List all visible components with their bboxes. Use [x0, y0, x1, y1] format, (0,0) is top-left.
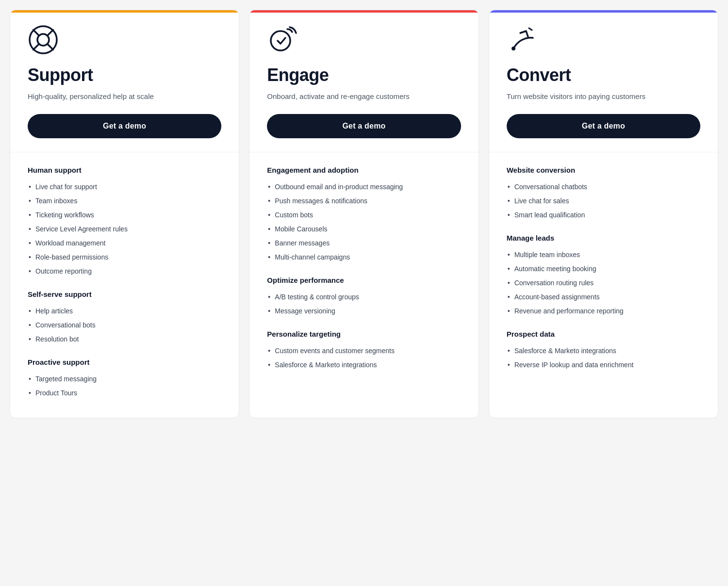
list-item: Mobile Carousels: [267, 222, 461, 236]
feature-list-convert-1: Multiple team inboxesAutomatic meeting b…: [507, 248, 700, 318]
list-item: Targeted messaging: [28, 372, 221, 386]
card-header-convert: ConvertTurn website visitors into paying…: [489, 10, 718, 152]
card-title-engage: Engage: [267, 65, 461, 85]
pricing-card-convert: ConvertTurn website visitors into paying…: [489, 10, 718, 418]
list-item: Role-based permissions: [28, 250, 221, 264]
list-item: Multi-channel campaigns: [267, 250, 461, 264]
feature-section-title-engage-1: Optimize performance: [267, 276, 461, 284]
list-item: Salesforce & Marketo integrations: [507, 344, 700, 358]
demo-button-support[interactable]: Get a demo: [28, 114, 221, 138]
feature-list-support-2: Targeted messagingProduct Tours: [28, 372, 221, 400]
svg-point-6: [271, 31, 290, 50]
list-item: Workload management: [28, 236, 221, 250]
feature-list-engage-2: Custom events and customer segmentsSales…: [267, 344, 461, 372]
feature-section-support-0: Human supportLive chat for supportTeam i…: [28, 166, 221, 278]
card-header-engage: EngageOnboard, activate and re-engage cu…: [249, 10, 478, 152]
list-item: Live chat for support: [28, 180, 221, 194]
svg-line-4: [33, 45, 39, 50]
list-item: Automatic meeting booking: [507, 262, 700, 276]
feature-list-support-1: Help articlesConversational botsResoluti…: [28, 304, 221, 346]
demo-button-convert[interactable]: Get a demo: [507, 114, 700, 138]
list-item: Account-based assignments: [507, 290, 700, 304]
card-features-support: Human supportLive chat for supportTeam i…: [10, 152, 239, 418]
feature-list-convert-0: Conversational chatbotsLive chat for sal…: [507, 180, 700, 222]
feature-section-title-support-0: Human support: [28, 166, 221, 174]
list-item: Salesforce & Marketo integrations: [267, 358, 461, 372]
feature-section-title-convert-2: Prospect data: [507, 330, 700, 338]
list-item: Help articles: [28, 304, 221, 318]
feature-section-engage-1: Optimize performanceA/B testing & contro…: [267, 276, 461, 318]
card-accent-support: [10, 10, 239, 13]
card-accent-convert: [489, 10, 718, 13]
convert-icon: [507, 24, 538, 55]
svg-line-3: [48, 30, 53, 35]
card-accent-engage: [249, 10, 478, 13]
list-item: Custom events and customer segments: [267, 344, 461, 358]
card-header-support: SupportHigh-quality, personalized help a…: [10, 10, 239, 152]
list-item: Resolution bot: [28, 332, 221, 346]
feature-section-title-engage-0: Engagement and adoption: [267, 166, 461, 174]
feature-list-support-0: Live chat for supportTeam inboxesTicketi…: [28, 180, 221, 278]
card-features-convert: Website conversionConversational chatbot…: [489, 152, 718, 418]
list-item: Ticketing workflows: [28, 208, 221, 222]
feature-section-title-support-2: Proactive support: [28, 358, 221, 366]
demo-button-engage[interactable]: Get a demo: [267, 114, 461, 138]
list-item: Multiple team inboxes: [507, 248, 700, 262]
feature-section-convert-0: Website conversionConversational chatbot…: [507, 166, 700, 222]
list-item: Banner messages: [267, 236, 461, 250]
feature-section-support-1: Self-serve supportHelp articlesConversat…: [28, 290, 221, 346]
feature-section-title-convert-0: Website conversion: [507, 166, 700, 174]
card-description-convert: Turn website visitors into paying custom…: [507, 91, 700, 102]
feature-section-title-engage-2: Personalize targeting: [267, 330, 461, 338]
list-item: Service Level Agreement rules: [28, 222, 221, 236]
card-description-support: High-quality, personalized help at scale: [28, 91, 221, 102]
list-item: Conversational bots: [28, 318, 221, 332]
list-item: Product Tours: [28, 386, 221, 400]
card-description-engage: Onboard, activate and re-engage customer…: [267, 91, 461, 102]
pricing-card-support: SupportHigh-quality, personalized help a…: [10, 10, 239, 418]
list-item: Conversational chatbots: [507, 180, 700, 194]
feature-section-convert-1: Manage leadsMultiple team inboxesAutomat…: [507, 234, 700, 318]
feature-section-support-2: Proactive supportTargeted messagingProdu…: [28, 358, 221, 400]
feature-list-convert-2: Salesforce & Marketo integrationsReverse…: [507, 344, 700, 372]
list-item: Outcome reporting: [28, 264, 221, 278]
feature-list-engage-0: Outbound email and in-product messagingP…: [267, 180, 461, 264]
list-item: Message versioning: [267, 304, 461, 318]
engage-icon: [267, 24, 298, 55]
list-item: Custom bots: [267, 208, 461, 222]
list-item: Outbound email and in-product messaging: [267, 180, 461, 194]
feature-section-title-support-1: Self-serve support: [28, 290, 221, 298]
feature-section-engage-0: Engagement and adoptionOutbound email an…: [267, 166, 461, 264]
svg-line-5: [48, 45, 53, 50]
list-item: A/B testing & control groups: [267, 290, 461, 304]
pricing-card-engage: EngageOnboard, activate and re-engage cu…: [249, 10, 479, 418]
feature-section-engage-2: Personalize targetingCustom events and c…: [267, 330, 461, 372]
card-title-convert: Convert: [507, 65, 700, 85]
svg-point-7: [512, 47, 515, 50]
list-item: Reverse IP lookup and data enrichment: [507, 358, 700, 372]
list-item: Smart lead qualification: [507, 208, 700, 222]
support-icon: [28, 24, 59, 55]
feature-section-convert-2: Prospect dataSalesforce & Marketo integr…: [507, 330, 700, 372]
pricing-grid: SupportHigh-quality, personalized help a…: [10, 10, 718, 418]
feature-list-engage-1: A/B testing & control groupsMessage vers…: [267, 290, 461, 318]
svg-line-2: [33, 30, 39, 35]
feature-section-title-convert-1: Manage leads: [507, 234, 700, 242]
list-item: Live chat for sales: [507, 194, 700, 208]
card-title-support: Support: [28, 65, 221, 85]
list-item: Conversation routing rules: [507, 276, 700, 290]
list-item: Push messages & notifications: [267, 194, 461, 208]
list-item: Revenue and performance reporting: [507, 304, 700, 318]
card-features-engage: Engagement and adoptionOutbound email an…: [249, 152, 478, 418]
list-item: Team inboxes: [28, 194, 221, 208]
